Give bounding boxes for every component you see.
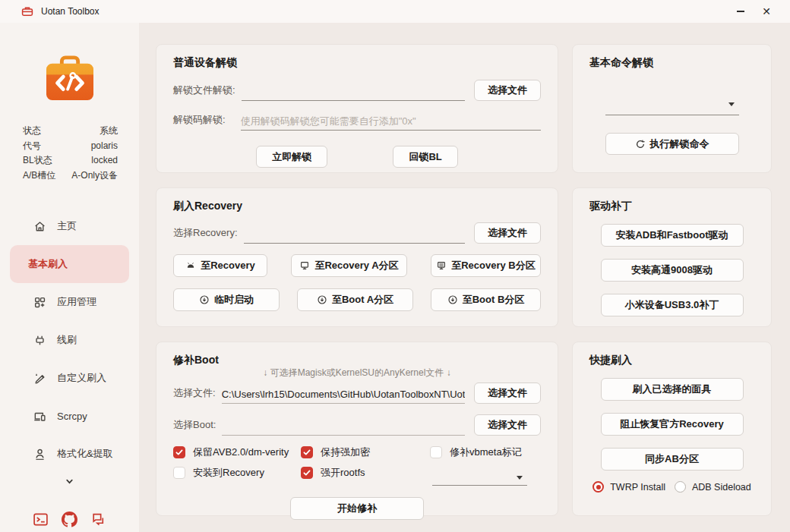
usb-cable-icon — [33, 334, 46, 347]
github-icon[interactable] — [62, 512, 77, 527]
unlock-code-field[interactable] — [241, 112, 541, 131]
radio-label: ADB Sideload — [692, 482, 751, 493]
checkbox-force-rootfs[interactable]: 强开rootfs — [301, 465, 430, 480]
sidebar-item-app-manage[interactable]: 应用管理 — [0, 283, 139, 321]
boot-image-input[interactable] — [222, 420, 465, 432]
boot-file-path[interactable]: C:\Users\lrh15\Documents\GitHub\UotanToo… — [222, 386, 465, 404]
card-title: 普通设备解锁 — [173, 56, 541, 70]
checkbox-install-to-recovery[interactable]: 安装到Recovery — [173, 465, 301, 480]
person-icon — [33, 448, 46, 461]
sidebar-item-custom-flash[interactable]: 自定义刷入 — [0, 359, 139, 397]
flash-selected-magisk-button[interactable]: 刷入已选择的面具 — [601, 378, 744, 401]
boot-image-field[interactable] — [222, 417, 465, 436]
card-driver-patch: 驱动补丁 安装ADB和Fastboot驱动 安装高通9008驱动 小米设备USB… — [572, 187, 772, 327]
checkbox-box[interactable] — [173, 467, 185, 479]
vbmeta-select[interactable] — [432, 469, 527, 486]
card-normal-unlock: 普通设备解锁 解锁文件解锁: 选择文件 解锁码解锁: 立即解锁 回锁BL — [156, 44, 558, 173]
status-value: 系统 — [100, 124, 118, 139]
card-patch-boot: 修补Boot ↓ 可选择Magisk或KernelSU的AnyKernel文件 … — [156, 342, 558, 516]
unlock-code-label: 解锁码解锁: — [173, 113, 226, 131]
titlebar: Uotan Toolbox ✕ — [0, 0, 790, 23]
to-boot-a-button[interactable]: 至Boot A分区 — [297, 288, 413, 311]
radio-adb-sideload[interactable]: ADB Sideload — [675, 481, 751, 493]
checkbox-box[interactable] — [301, 446, 313, 458]
monitor-icon — [299, 260, 310, 271]
prevent-stock-recovery-button[interactable]: 阻止恢复官方Recovery — [601, 413, 744, 436]
relock-bl-button[interactable]: 回锁BL — [393, 146, 457, 168]
checkbox-label: 保持强加密 — [321, 445, 370, 459]
install-qualcomm-9008-driver-button[interactable]: 安装高通9008驱动 — [601, 259, 744, 282]
sidebar-item-format-extract[interactable]: 格式化&提取 — [0, 435, 139, 473]
sidebar-nav: 主页 基本刷入 应用管理 线刷 — [0, 207, 139, 487]
nav-scroll-chevron[interactable] — [0, 476, 139, 487]
sidebar-item-label: 应用管理 — [57, 295, 96, 309]
exec-unlock-command-button[interactable]: 执行解锁命令 — [605, 133, 739, 155]
choose-boot-image-button[interactable]: 选择文件 — [474, 414, 541, 436]
toolbox-app-icon — [21, 5, 33, 17]
checkbox-patch-vbmeta[interactable]: 修补vbmeta标记 — [430, 445, 541, 460]
sidebar-item-basic-flash[interactable]: 基本刷入 — [10, 245, 129, 283]
radio-dot[interactable] — [675, 481, 686, 493]
sidebar-item-label: 自定义刷入 — [57, 371, 106, 385]
temp-boot-button[interactable]: 临时启动 — [173, 288, 280, 311]
checkbox-keep-encryption[interactable]: 保持强加密 — [301, 445, 430, 460]
start-patch-button[interactable]: 开始修补 — [290, 497, 424, 520]
button-label: 至Recovery — [201, 259, 255, 272]
home-icon — [33, 220, 46, 233]
to-recovery-b-button[interactable]: 至Recovery B分区 — [431, 254, 541, 277]
recovery-file-field[interactable] — [244, 225, 465, 244]
android-icon — [185, 260, 196, 271]
checkbox-keep-avb[interactable]: 保留AVB2.0/dm-verity — [173, 445, 301, 460]
sync-ab-partition-button[interactable]: 同步AB分区 — [601, 448, 744, 471]
radio-dot[interactable] — [592, 481, 604, 493]
uotan-logo — [42, 55, 98, 102]
sidebar-item-home[interactable]: 主页 — [0, 207, 139, 245]
button-label: 至Recovery A分区 — [314, 259, 398, 272]
checkbox-box[interactable] — [301, 467, 313, 479]
radio-twrp-install[interactable]: TWRP Install — [592, 481, 665, 493]
card-title: 驱动补丁 — [589, 200, 754, 213]
status-label: A/B槽位 — [23, 168, 55, 184]
unlock-file-label: 解锁文件解锁: — [173, 83, 235, 101]
sidebar: 状态系统 代号polaris BL状态locked A/B槽位A-Only设备 … — [0, 23, 139, 532]
unlock-code-input[interactable] — [241, 115, 541, 127]
refresh-icon — [635, 139, 646, 150]
monitor-lines-icon — [436, 260, 447, 271]
choose-unlock-file-button[interactable]: 选择文件 — [474, 80, 541, 101]
unlock-file-field[interactable] — [242, 83, 465, 101]
unlock-file-input[interactable] — [242, 86, 465, 97]
install-adb-fastboot-driver-button[interactable]: 安装ADB和Fastboot驱动 — [601, 224, 744, 247]
to-recovery-a-button[interactable]: 至Recovery A分区 — [291, 254, 407, 277]
sidebar-item-label: 基本刷入 — [28, 257, 68, 271]
download-circle-icon — [317, 294, 327, 305]
checkbox-box[interactable] — [173, 446, 185, 458]
recovery-file-input[interactable] — [244, 228, 465, 240]
status-label: 代号 — [23, 139, 41, 154]
button-label: 至Boot A分区 — [332, 293, 393, 307]
sidebar-item-fastboot-flash[interactable]: 线刷 — [0, 321, 139, 359]
terminal-icon[interactable] — [33, 512, 49, 527]
card-title: 刷入Recovery — [173, 200, 541, 213]
choose-boot-patch-file-button[interactable]: 选择文件 — [474, 382, 541, 404]
caret-down-icon — [517, 476, 523, 480]
main-content: 普通设备解锁 解锁文件解锁: 选择文件 解锁码解锁: 立即解锁 回锁BL 基本命… — [139, 23, 790, 532]
card-title: 快捷刷入 — [589, 354, 754, 367]
unlock-command-select[interactable] — [605, 96, 739, 115]
minimize-button[interactable] — [728, 2, 754, 21]
caret-down-icon — [728, 102, 735, 106]
choose-recovery-file-button[interactable]: 选择文件 — [474, 222, 541, 244]
status-label: BL状态 — [23, 153, 52, 168]
status-value: A-Only设备 — [71, 168, 118, 184]
xiaomi-usb3-patch-button[interactable]: 小米设备USB3.0补丁 — [601, 294, 744, 316]
download-circle-icon — [199, 294, 210, 305]
close-button[interactable]: ✕ — [754, 2, 779, 21]
to-boot-b-button[interactable]: 至Boot B分区 — [431, 288, 541, 311]
status-value: locked — [91, 153, 118, 168]
to-recovery-button[interactable]: 至Recovery — [173, 254, 267, 277]
unlock-now-button[interactable]: 立即解锁 — [256, 146, 327, 168]
sidebar-item-scrcpy[interactable]: Scrcpy — [0, 397, 139, 435]
checkbox-box[interactable] — [430, 446, 442, 458]
chat-icon[interactable] — [90, 512, 106, 527]
sidebar-item-label: 格式化&提取 — [57, 447, 113, 461]
window-title: Uotan Toolbox — [41, 6, 100, 17]
